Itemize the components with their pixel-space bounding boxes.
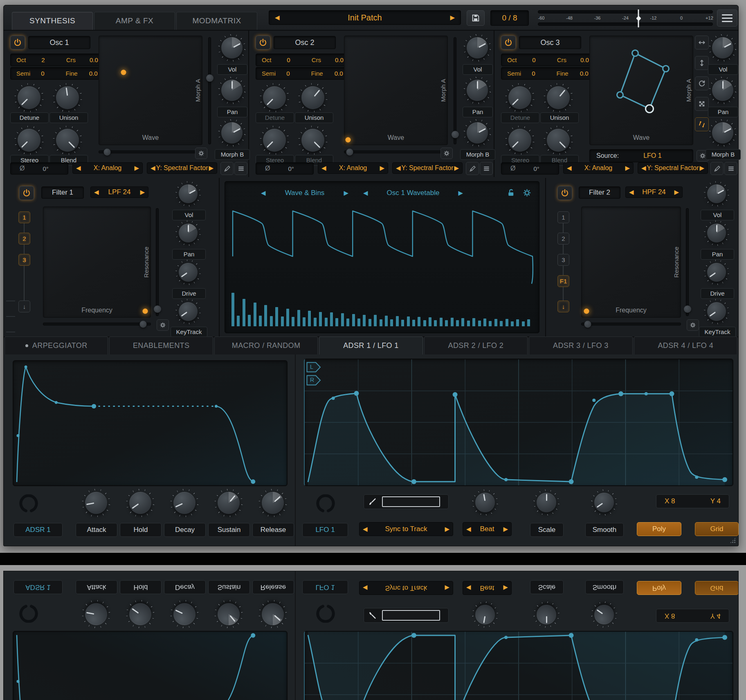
- patch-prev-icon[interactable]: ◀: [275, 14, 280, 21]
- osc1-edit-button[interactable]: [220, 162, 234, 175]
- osc2-wave-xy-pad[interactable]: Wave Morph A: [344, 36, 448, 145]
- volume-handle[interactable]: [638, 9, 639, 27]
- menu-button[interactable]: [717, 9, 737, 27]
- filter1-freq-slider[interactable]: [43, 323, 151, 325]
- lfo-scale-knob[interactable]: [537, 493, 556, 512]
- adsr-envelope-graph[interactable]: [13, 631, 288, 700]
- filter2-type-selector[interactable]: ◀HPF 24▶: [625, 186, 683, 198]
- osc1-phase[interactable]: Ø 0°: [10, 162, 68, 175]
- filter2-slot-3[interactable]: 3: [557, 254, 569, 266]
- lfo-grid-x[interactable]: X 8: [665, 497, 675, 505]
- filter2-slot-1[interactable]: 1: [557, 211, 569, 223]
- osc2-unison-knob[interactable]: [301, 86, 324, 109]
- adsr-decay-knob[interactable]: [173, 492, 195, 514]
- adsr-sustain-knob[interactable]: [218, 603, 240, 625]
- osc2-vol-knob[interactable]: [467, 37, 488, 58]
- filter2-res-slider[interactable]: [686, 208, 689, 316]
- osc3-menu-button[interactable]: [724, 162, 737, 175]
- osc1-xy-dot[interactable]: [121, 70, 126, 75]
- adsr-decay-knob[interactable]: [173, 603, 195, 625]
- save-patch-button[interactable]: [467, 10, 485, 26]
- lfo-left-channel-flag[interactable]: L: [306, 362, 321, 372]
- osc1-unison-knob[interactable]: [56, 86, 79, 109]
- lfo-grid-y[interactable]: Y 4: [710, 497, 721, 505]
- filter2-slot-f1[interactable]: F1: [557, 275, 569, 287]
- osc3-pan-knob[interactable]: [712, 80, 733, 101]
- tab-adsr-1-lfo-1[interactable]: ADSR 1 / LFO 1: [319, 337, 422, 354]
- filter1-vol-knob[interactable]: [179, 184, 198, 203]
- lfo-rate-selector[interactable]: ◀Beat▶: [463, 581, 512, 595]
- adsr-sustain-knob[interactable]: [218, 492, 240, 514]
- osc2-power-button[interactable]: [256, 36, 270, 49]
- filter1-slot-3[interactable]: 3: [18, 254, 30, 266]
- filter1-res-slider[interactable]: [156, 208, 159, 316]
- filter1-slot-2[interactable]: 2: [18, 233, 30, 245]
- osc2-detune-knob[interactable]: [263, 86, 286, 109]
- filter2-xy-dot[interactable]: [584, 309, 589, 314]
- filter2-slot-2[interactable]: 2: [557, 233, 569, 245]
- lfo-poly-button[interactable]: Poly: [637, 581, 681, 595]
- lfo-rate-selector[interactable]: ◀Beat▶: [463, 522, 512, 536]
- osc2-blend-knob[interactable]: [301, 129, 324, 152]
- osc2-stereo-knob[interactable]: [263, 129, 286, 152]
- filter1-xy-dot[interactable]: [142, 309, 148, 314]
- lfo-name[interactable]: LFO 1: [302, 523, 348, 537]
- filter1-xy-pad[interactable]: Frequency Resonance: [43, 206, 151, 318]
- lock-button[interactable]: [506, 188, 516, 197]
- osc1-settings-button[interactable]: [195, 148, 207, 159]
- osc3-stretch-h-button[interactable]: [695, 36, 709, 49]
- osc1-vol-knob[interactable]: [221, 37, 243, 58]
- filter1-power-button[interactable]: [19, 186, 34, 200]
- osc3-stereo-knob[interactable]: [508, 129, 531, 152]
- osc1-title[interactable]: Osc 1: [28, 36, 90, 49]
- lfo-smooth-knob[interactable]: [594, 605, 614, 624]
- adsr-loop-mode-button[interactable]: [19, 604, 38, 623]
- tab-synthesis[interactable]: SYNTHESIS: [12, 12, 93, 30]
- osc1-wave-xy-pad[interactable]: Wave Morph A: [99, 36, 202, 145]
- adsr-release-knob[interactable]: [262, 492, 284, 514]
- tab-adsr-3-lfo-3[interactable]: ADSR 3 / LFO 3: [529, 337, 632, 354]
- osc2-morph-b-knob[interactable]: [467, 122, 488, 144]
- paint-pattern-box[interactable]: [382, 610, 440, 621]
- osc3-power-button[interactable]: [501, 36, 516, 49]
- osc2-y-mode-selector[interactable]: ◀Y: Spectral Factor▶: [392, 162, 463, 174]
- tab-amp-fx[interactable]: AMP & FX: [94, 12, 175, 30]
- osc3-morph-b-knob[interactable]: [712, 122, 733, 144]
- adsr-attack-knob[interactable]: [85, 603, 107, 625]
- osc3-title[interactable]: Osc 3: [519, 36, 581, 49]
- osc1-wave-slider[interactable]: [99, 150, 202, 153]
- lfo-rate-knob[interactable]: [475, 605, 495, 624]
- wavetable-display[interactable]: ◀Wave & Bins▶ ◀Osc 1 Wavetable▶: [225, 181, 539, 333]
- lfo-loop-mode-button[interactable]: [316, 494, 335, 513]
- patch-next-icon[interactable]: ▶: [450, 14, 455, 21]
- osc3-stretch-v-button[interactable]: [695, 56, 709, 70]
- display-mode-selector[interactable]: ◀Wave & Bins▶: [258, 187, 352, 199]
- output-meter[interactable]: -60-48-36-24-120+12: [538, 10, 713, 27]
- osc1-menu-button[interactable]: [234, 162, 247, 175]
- filter2-drive-knob[interactable]: [707, 263, 726, 282]
- osc1-power-button[interactable]: [10, 36, 25, 49]
- osc3-phase[interactable]: Ø 0°: [501, 162, 559, 175]
- tab-adsr-4-lfo-4[interactable]: ADSR 4 / LFO 4: [634, 337, 737, 354]
- filter1-pan-knob[interactable]: [179, 224, 198, 242]
- osc2-wave-slider[interactable]: [344, 150, 448, 153]
- osc1-blend-knob[interactable]: [56, 129, 79, 152]
- osc2-edit-button[interactable]: [466, 162, 479, 175]
- osc2-title[interactable]: Osc 2: [274, 36, 336, 49]
- wavetable-selector[interactable]: ◀Osc 1 Wavetable▶: [360, 187, 466, 199]
- osc1-stereo-knob[interactable]: [18, 129, 40, 152]
- osc2-xy-dot[interactable]: [345, 137, 351, 143]
- osc3-shape-editor[interactable]: [590, 36, 693, 145]
- filter1-title[interactable]: Filter 1: [41, 186, 84, 199]
- filter1-route-down[interactable]: ↓: [18, 301, 30, 312]
- osc2-phase[interactable]: Ø 0°: [256, 162, 314, 175]
- osc1-detune-knob[interactable]: [18, 86, 40, 109]
- patch-selector[interactable]: ◀ Init Patch ▶: [269, 10, 461, 25]
- lfo-paint-tool[interactable]: [364, 494, 449, 509]
- adsr-hold-knob[interactable]: [129, 603, 151, 625]
- osc3-expand-button[interactable]: [695, 97, 709, 111]
- osc2-morph-a-slider[interactable]: [454, 37, 456, 144]
- tab-enablements[interactable]: ENABLEMENTS: [109, 337, 213, 354]
- osc3-bend-button[interactable]: [695, 117, 709, 131]
- filter1-type-selector[interactable]: ◀LPF 24▶: [90, 186, 148, 198]
